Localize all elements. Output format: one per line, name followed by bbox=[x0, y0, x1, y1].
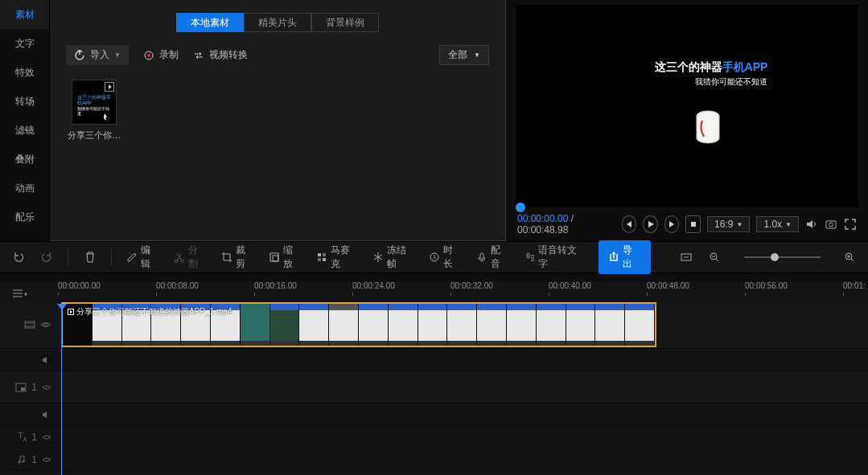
preview-playhead-handle[interactable] bbox=[516, 203, 525, 212]
speech-to-text-button[interactable]: 语音转文字 bbox=[524, 244, 584, 271]
play-icon bbox=[68, 309, 74, 315]
media-panel: 本地素材 精美片头 背景样例 导入 ▼ 录制 视频转换 全部 ▼ bbox=[50, 0, 506, 241]
snapshot-button[interactable] bbox=[825, 217, 837, 231]
svg-rect-15 bbox=[480, 253, 483, 259]
import-button[interactable]: 导入 ▼ bbox=[66, 45, 129, 65]
preview-graphic bbox=[694, 109, 722, 145]
tab-bg-samples[interactable]: 背景样例 bbox=[311, 13, 379, 32]
clip-inner-text1: 这三个的神器手机APP bbox=[77, 95, 111, 106]
volume-icon[interactable] bbox=[805, 217, 818, 231]
media-filter-dropdown[interactable]: 全部 ▼ bbox=[439, 45, 489, 65]
preview-title: 这三个的神器手机APP bbox=[655, 60, 768, 75]
delete-button[interactable] bbox=[83, 250, 97, 264]
play-button[interactable] bbox=[643, 215, 658, 233]
split-button[interactable]: 分割 bbox=[174, 244, 207, 271]
svg-rect-12 bbox=[318, 258, 321, 261]
zoom-in-button[interactable] bbox=[843, 250, 857, 264]
tab-intros[interactable]: 精美片头 bbox=[244, 13, 311, 32]
svg-rect-4 bbox=[826, 221, 836, 228]
sidenav-item-effects[interactable]: 特效 bbox=[0, 58, 49, 87]
import-label: 导入 bbox=[90, 48, 109, 62]
sidenav-item-text[interactable]: 文字 bbox=[0, 29, 49, 58]
aspect-ratio-select[interactable]: 16:9▼ bbox=[707, 216, 750, 232]
speaker-icon[interactable] bbox=[42, 355, 51, 365]
eye-icon[interactable] bbox=[42, 383, 51, 392]
pip-track-icon bbox=[15, 382, 27, 393]
play-icon bbox=[105, 82, 114, 92]
pip-track-row: 1 bbox=[0, 371, 868, 403]
svg-rect-9 bbox=[273, 256, 278, 261]
ruler-tick: 00:00:32.00 bbox=[450, 281, 493, 290]
preview-canvas[interactable]: 这三个的神器手机APP 我猜你可能还不知道 bbox=[516, 5, 858, 207]
prev-frame-button[interactable] bbox=[622, 215, 637, 233]
clip-thumbnail: 这三个的神器手机APP 我猜你可能还不知道 bbox=[72, 80, 117, 125]
sidenav-item-filter[interactable]: 滤镜 bbox=[0, 116, 49, 145]
export-button[interactable]: 导出 bbox=[599, 240, 651, 274]
text-track-row: TA 1 bbox=[0, 426, 868, 448]
sidenav-item-material[interactable]: 素材 bbox=[0, 0, 49, 29]
record-icon bbox=[143, 50, 154, 61]
speed-select[interactable]: 1.0x▼ bbox=[756, 216, 799, 232]
filter-label: 全部 bbox=[448, 48, 467, 62]
edit-toolbar: 编辑 分割 裁剪 缩放 马赛克 冻结帧 时长 配音 语音转文字 导出 bbox=[0, 241, 868, 273]
freeze-button[interactable]: 冻结帧 bbox=[372, 244, 414, 271]
eye-icon[interactable] bbox=[42, 432, 51, 442]
transcode-label: 视频转换 bbox=[209, 48, 248, 62]
media-tabs: 本地素材 精美片头 背景样例 bbox=[50, 13, 505, 32]
sidenav-item-animation[interactable]: 动画 bbox=[0, 174, 49, 203]
record-label: 录制 bbox=[159, 48, 179, 62]
crop-button[interactable]: 裁剪 bbox=[221, 244, 254, 271]
svg-rect-13 bbox=[323, 258, 326, 261]
mosaic-button[interactable]: 马赛克 bbox=[316, 244, 358, 271]
media-clip[interactable]: 这三个的神器手机APP 我猜你可能还不知道 分享三个你… bbox=[66, 80, 122, 141]
track-index: 1 bbox=[31, 432, 37, 443]
svg-point-21 bbox=[44, 323, 47, 326]
ruler-tick: 00:00:08.00 bbox=[156, 281, 199, 290]
transcode-button[interactable]: 视频转换 bbox=[193, 48, 248, 62]
svg-rect-3 bbox=[691, 222, 696, 227]
transcode-icon bbox=[193, 50, 204, 61]
record-button[interactable]: 录制 bbox=[143, 48, 179, 62]
zoom-out-button[interactable] bbox=[708, 250, 722, 264]
ruler-tick: 00:00:56.00 bbox=[745, 281, 788, 290]
clip-filename: 分享三个你可能还不知道的神器APP_1.mp4 bbox=[68, 306, 232, 317]
sidenav-item-transition[interactable]: 转场 bbox=[0, 87, 49, 116]
edit-button[interactable]: 编辑 bbox=[126, 244, 159, 271]
ruler-tick: 00:00:48.00 bbox=[647, 281, 689, 290]
speaker-icon[interactable] bbox=[42, 410, 51, 420]
timeline-fit-button[interactable] bbox=[680, 250, 693, 264]
stop-button[interactable] bbox=[685, 215, 701, 233]
zoom-slider[interactable] bbox=[744, 256, 821, 258]
svg-point-1 bbox=[147, 54, 150, 57]
total-time: 00:00:48.98 bbox=[517, 224, 568, 235]
redo-button[interactable] bbox=[39, 250, 53, 264]
fullscreen-button[interactable] bbox=[844, 217, 857, 231]
next-frame-button[interactable] bbox=[664, 215, 680, 233]
dub-button[interactable]: 配音 bbox=[476, 244, 509, 271]
sidenav-item-overlay[interactable]: 叠附 bbox=[0, 145, 49, 174]
timeline-ruler[interactable]: 00:00:00.00 00:00:08.00 00:00:16.00 00:0… bbox=[58, 281, 868, 301]
eye-icon[interactable] bbox=[40, 319, 51, 330]
undo-button[interactable] bbox=[11, 250, 25, 264]
svg-rect-23 bbox=[21, 387, 25, 391]
timeline-panel: 00:00:00.00 00:00:08.00 00:00:16.00 00:0… bbox=[0, 281, 868, 475]
duration-button[interactable]: 时长 bbox=[429, 244, 462, 271]
sidenav-item-music[interactable]: 配乐 bbox=[0, 203, 49, 231]
ruler-tick: 00:00:24.00 bbox=[352, 281, 395, 290]
import-icon bbox=[74, 50, 85, 61]
video-track-icon bbox=[24, 319, 35, 330]
eye-icon[interactable] bbox=[42, 455, 51, 465]
ruler-tick: 00:01: bbox=[843, 281, 866, 290]
track-index: 1 bbox=[31, 382, 37, 393]
track-index: 1 bbox=[31, 454, 37, 465]
tab-local-media[interactable]: 本地素材 bbox=[176, 13, 244, 32]
timeline-playhead[interactable] bbox=[61, 309, 62, 475]
ruler-tick: 00:00:40.00 bbox=[549, 281, 591, 290]
svg-point-25 bbox=[23, 460, 25, 462]
video-clip[interactable]: 分享三个你可能还不知道的神器APP_1.mp4 bbox=[61, 302, 656, 347]
pip-audio-subtrack bbox=[0, 403, 868, 426]
scale-button[interactable]: 缩放 bbox=[269, 244, 302, 271]
svg-rect-16 bbox=[527, 253, 529, 258]
preview-subtitle: 我猜你可能还不知道 bbox=[655, 76, 768, 88]
svg-rect-10 bbox=[318, 253, 321, 256]
